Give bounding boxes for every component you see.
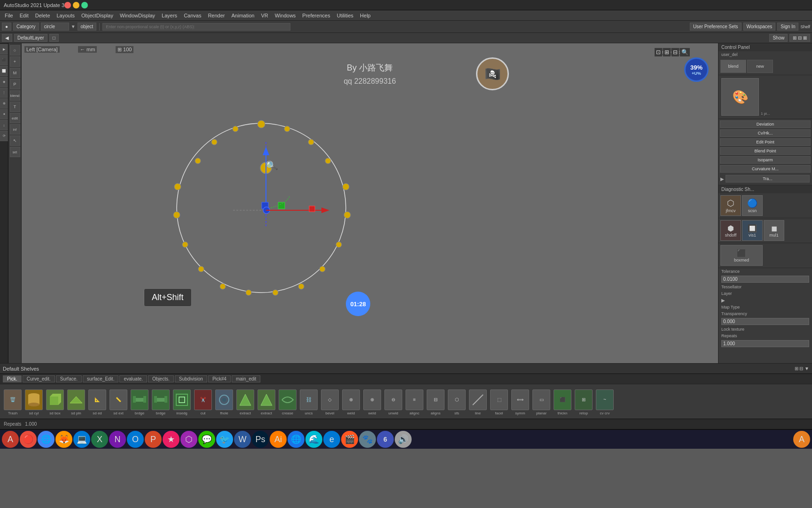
scale-input[interactable] bbox=[102, 23, 290, 31]
cp-isoparm[interactable]: Isoparm bbox=[720, 156, 811, 164]
shelf-icon-cvcrv[interactable]: ~ cv crv bbox=[595, 387, 615, 416]
taskbar-icon-20[interactable]: 🐾 bbox=[359, 431, 376, 448]
shelf-icon-crease[interactable]: crease bbox=[278, 387, 297, 416]
object-input[interactable]: object bbox=[78, 23, 97, 31]
workspaces[interactable]: Workspaces bbox=[743, 23, 776, 31]
shelf-tab-curve[interactable]: Curve_edit. bbox=[23, 375, 55, 382]
cp-mul1-btn[interactable]: ◼mul1 bbox=[764, 220, 784, 241]
taskbar-icon-1[interactable]: 🔴 bbox=[20, 431, 37, 448]
cp-jfmcv-btn[interactable]: ⬡jfmcv bbox=[720, 195, 741, 216]
cp-tolerance-input[interactable] bbox=[721, 276, 809, 283]
taskbar-ai[interactable]: Ai bbox=[270, 431, 287, 448]
taskbar-onenote[interactable]: N bbox=[109, 431, 126, 448]
tool-expand[interactable]: ▶ bbox=[0, 44, 8, 55]
category-dropdown[interactable]: Category bbox=[13, 23, 39, 31]
taskbar-ppt[interactable]: P bbox=[145, 431, 162, 448]
vp-ctrl-2[interactable]: ⊞ bbox=[663, 48, 671, 56]
minimize-button[interactable] bbox=[73, 2, 79, 8]
shelf-tab-pick4[interactable]: Pick#4 bbox=[208, 375, 231, 382]
shelf-tab-pick[interactable]: Pick. bbox=[3, 375, 22, 382]
shelf-icon-sdext[interactable]: 📏 sd ext bbox=[109, 387, 128, 416]
shelf-icon-brdge2[interactable]: brdge bbox=[151, 387, 171, 416]
shelf-tab-surface-edit[interactable]: surface_Edit. bbox=[83, 375, 118, 382]
layer-toggle[interactable]: □ bbox=[49, 34, 59, 42]
menu-objectdisplay[interactable]: ObjectDisplay bbox=[78, 12, 116, 19]
menu-file[interactable]: File bbox=[2, 12, 16, 19]
menu-render[interactable]: Render bbox=[205, 12, 227, 19]
shelf-icon-symm[interactable]: ⟺ symm bbox=[510, 387, 530, 416]
cp-large-icon[interactable]: 🎨 bbox=[721, 78, 759, 116]
cp-shdoff-btn[interactable]: ⬢shdoff bbox=[720, 220, 741, 241]
vp-ctrl-3[interactable]: ⊟ bbox=[671, 48, 679, 56]
tool-6[interactable]: ✦ bbox=[0, 109, 8, 119]
taskbar-icon-19[interactable]: 🎬 bbox=[341, 431, 358, 448]
vp-ctrl-4[interactable]: 🔍 bbox=[680, 48, 690, 56]
shelf-icon-brdge1[interactable]: brdge bbox=[130, 387, 149, 416]
cp-section-arrow[interactable]: ▶ bbox=[721, 298, 725, 303]
viewport[interactable]: Left [Camera] ← mm ⊞ 100 By 小路飞舞 qq 2282… bbox=[22, 43, 718, 363]
ltool-infl[interactable]: inf bbox=[10, 124, 20, 135]
tool-8[interactable]: ⟳ bbox=[0, 131, 8, 141]
menu-edit[interactable]: Edit bbox=[17, 12, 31, 19]
ltool-set[interactable]: set bbox=[10, 147, 20, 157]
taskbar-counter[interactable]: 6 bbox=[377, 431, 394, 448]
ltool-arrow[interactable]: ↖ bbox=[10, 135, 20, 146]
taskbar-ie[interactable]: 🌐 bbox=[288, 431, 304, 448]
sign-in[interactable]: Sign In bbox=[777, 23, 798, 31]
cp-deviation[interactable]: Deviation bbox=[720, 120, 811, 128]
taskbar-autostudio[interactable]: A bbox=[2, 431, 19, 448]
shelf-icon-cut[interactable]: ✂️ cut bbox=[193, 387, 213, 416]
ltool-mod[interactable]: M bbox=[10, 68, 20, 78]
taskbar-excel[interactable]: X bbox=[91, 431, 108, 448]
shelf-icon-sded[interactable]: 📐 sd ed bbox=[87, 387, 107, 416]
back-button[interactable]: ◀ bbox=[2, 34, 12, 42]
shelf-icon-bevel[interactable]: ◇ bevel bbox=[320, 387, 340, 416]
shelf-icon-retop[interactable]: ⊞ retop bbox=[574, 387, 593, 416]
shelf-tab-evaluate[interactable]: evaluate. bbox=[119, 375, 147, 382]
menu-delete[interactable]: Delete bbox=[32, 12, 53, 19]
layer-label[interactable]: DefaultLayer bbox=[14, 34, 47, 42]
cp-curvature[interactable]: Curvature M... bbox=[720, 165, 811, 173]
tool-2[interactable]: ⬜ bbox=[0, 66, 8, 76]
shelf-icon-unwld[interactable]: ⊖ unwld bbox=[383, 387, 403, 416]
cp-scsn-btn[interactable]: 🔵scsn bbox=[742, 195, 763, 216]
taskbar-ps[interactable]: Ps bbox=[252, 431, 269, 448]
shelf-icon-weld2[interactable]: ⊕ weld bbox=[362, 387, 382, 416]
tool-4[interactable]: ⋮ bbox=[0, 87, 8, 98]
toolbar2-icons[interactable]: ⊞ ⊟ ⊠ bbox=[789, 34, 810, 42]
cp-transparent-input[interactable] bbox=[721, 318, 809, 325]
tool-7[interactable]: ↕ bbox=[0, 120, 8, 130]
shelf-tab-objects[interactable]: Objects. bbox=[148, 375, 174, 382]
taskbar-autodesk[interactable]: A bbox=[793, 431, 810, 448]
ltool-text[interactable]: T bbox=[10, 102, 20, 112]
menu-layers[interactable]: Layers bbox=[159, 12, 180, 19]
ltool-edit[interactable]: edit bbox=[10, 113, 20, 123]
taskbar-firefox[interactable]: 🦊 bbox=[55, 431, 72, 448]
shelf-icon-extract2[interactable]: extract bbox=[257, 387, 276, 416]
shelf-icon-fhole[interactable]: fhole bbox=[214, 387, 234, 416]
ltool-place[interactable]: P bbox=[10, 79, 20, 89]
close-button[interactable] bbox=[64, 2, 71, 8]
cp-tra[interactable]: Tra... bbox=[726, 175, 810, 183]
ltool-expand[interactable]: + bbox=[10, 56, 20, 67]
toolbar-icon[interactable]: ● bbox=[2, 23, 11, 31]
shelf-icon-alignc[interactable]: ≡ alignc bbox=[405, 387, 424, 416]
taskbar-icon-9[interactable]: ★ bbox=[163, 431, 180, 448]
shelf-icon-sdpln[interactable]: sd pln bbox=[66, 387, 86, 416]
menu-help[interactable]: Help bbox=[357, 12, 374, 19]
menu-preferences[interactable]: Preferences bbox=[299, 12, 333, 19]
shelf-icon-weld1[interactable]: ⊕ weld bbox=[341, 387, 361, 416]
menu-windowdisplay[interactable]: WindowDisplay bbox=[117, 12, 158, 19]
shelf-icon-sdbox[interactable]: sd box bbox=[45, 387, 65, 416]
cp-blendpoint[interactable]: Blend Point bbox=[720, 147, 811, 155]
menu-animation[interactable]: Animation bbox=[229, 12, 258, 19]
category-input[interactable] bbox=[41, 23, 69, 31]
tool-1[interactable]: ⬛ bbox=[0, 55, 8, 65]
shelf-icon-extract1[interactable]: extract bbox=[235, 387, 255, 416]
cp-editpoint[interactable]: Edit Point bbox=[720, 138, 811, 146]
shelf-icon-planar[interactable]: ▭ planar bbox=[531, 387, 551, 416]
ltool-circle[interactable]: ○ bbox=[10, 45, 20, 56]
taskbar-wechat[interactable]: 💬 bbox=[198, 431, 215, 448]
shelf-tab-surface[interactable]: Surface. bbox=[56, 375, 82, 382]
menu-canvas[interactable]: Canvas bbox=[181, 12, 204, 19]
